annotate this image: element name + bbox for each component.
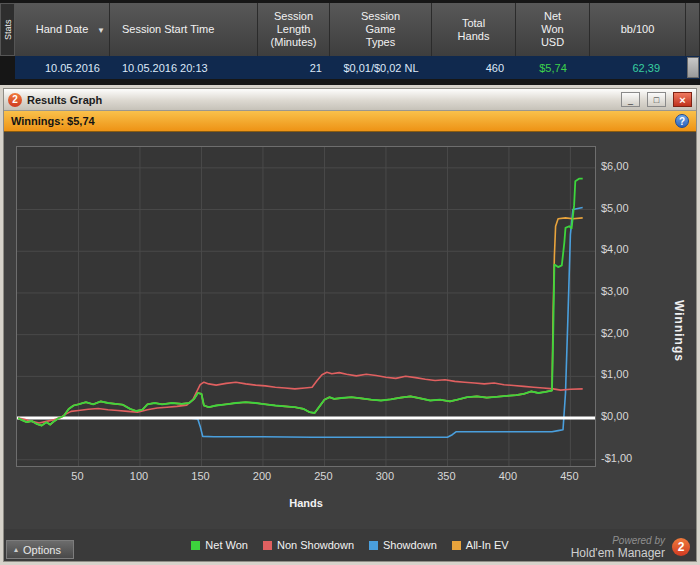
legend-swatch-icon [452, 541, 461, 550]
y-tick-label: $4,00 [601, 243, 629, 255]
options-arrow-icon: ▴ [14, 545, 18, 554]
y-tick-label: $0,00 [601, 410, 629, 422]
options-label: Options [23, 544, 61, 556]
scrollbar-thumb[interactable] [687, 57, 699, 78]
legend-item: All-In EV [452, 539, 509, 551]
chart-region: Hands Winnings $6,00$5,00$4,00$3,00$2,00… [4, 132, 696, 529]
winnings-chart [17, 147, 595, 466]
legend-label: Showdown [383, 539, 437, 551]
legend-swatch-icon [369, 541, 378, 550]
y-tick-label: $5,00 [601, 202, 629, 214]
y-tick-label: $2,00 [601, 327, 629, 339]
plot-area [16, 146, 596, 467]
legend-label: All-In EV [466, 539, 509, 551]
help-icon[interactable]: ? [675, 114, 689, 128]
column-header-hand-date[interactable]: Hand Date ▼ [15, 3, 110, 56]
x-tick-label: 50 [59, 470, 95, 482]
column-header-net-won-usd[interactable]: Net Won USD [516, 3, 590, 56]
column-header-session-start-time[interactable]: Session Start Time [110, 3, 258, 56]
cell-net-won-usd: $5,74 [516, 62, 590, 74]
x-tick-label: 100 [121, 470, 157, 482]
window-title: Results Graph [27, 94, 102, 106]
brand-logo-icon: 2 [672, 538, 690, 556]
sort-dropdown-icon[interactable]: ▼ [97, 23, 105, 36]
header-scroll-corner [686, 3, 700, 56]
x-tick-label: 350 [428, 470, 464, 482]
legend-label: Net Won [205, 539, 248, 551]
column-header-session-game-types[interactable]: Session Game Types [330, 3, 432, 56]
x-tick-label: 450 [551, 470, 587, 482]
window-footer: ▴ Options Net WonNon ShowdownShowdownAll… [4, 529, 696, 561]
legend-item: Non Showdown [263, 539, 354, 551]
y-axis-title: Winnings [672, 300, 686, 362]
cell-total-hands: 460 [432, 60, 516, 76]
winnings-label: Winnings: $5,74 [11, 115, 95, 127]
maximize-button[interactable]: □ [647, 92, 666, 107]
stats-table: Stats Hand Date ▼ Session Start Time Ses… [0, 0, 700, 85]
minimize-button[interactable]: _ [621, 92, 640, 107]
y-tick-label: $6,00 [601, 160, 629, 172]
cell-session-game-types: $0,01/$0,02 NL [330, 62, 432, 74]
x-axis-title: Hands [16, 497, 596, 509]
column-header-session-length[interactable]: Session Length (Minutes) [258, 3, 330, 56]
grid-header: Hand Date ▼ Session Start Time Session L… [15, 3, 700, 56]
y-tick-label: $3,00 [601, 285, 629, 297]
cell-hand-date: 10.05.2016 [15, 62, 110, 74]
legend-swatch-icon [263, 541, 272, 550]
cell-session-length: 21 [258, 60, 330, 76]
results-graph-window: 2 Results Graph _ □ × Winnings: $5,74 ? … [0, 85, 700, 565]
window-titlebar[interactable]: 2 Results Graph _ □ × [4, 89, 696, 111]
column-header-bb-100[interactable]: bb/100 [590, 3, 686, 56]
x-tick-label: 250 [305, 470, 341, 482]
column-header-total-hands[interactable]: Total Hands [432, 3, 516, 56]
winnings-bar: Winnings: $5,74 ? [4, 111, 696, 132]
x-tick-label: 300 [367, 470, 403, 482]
close-button[interactable]: × [673, 92, 692, 107]
y-tick-label: $1,00 [601, 368, 629, 380]
x-tick-label: 200 [244, 470, 280, 482]
legend: Net WonNon ShowdownShowdownAll-In EV [191, 539, 508, 551]
column-label: Hand Date [36, 23, 89, 36]
legend-swatch-icon [191, 541, 200, 550]
legend-item: Showdown [369, 539, 437, 551]
cell-bb-100: 62,39 [590, 62, 686, 74]
legend-item: Net Won [191, 539, 248, 551]
cell-session-start-time: 10.05.2016 20:13 [110, 62, 258, 74]
powered-by-block: Powered by Hold'em Manager 2 [571, 535, 690, 559]
stats-side-tab[interactable]: Stats [0, 3, 15, 56]
options-button[interactable]: ▴ Options [6, 540, 74, 559]
x-tick-label: 400 [490, 470, 526, 482]
session-row-selected[interactable]: 10.05.2016 10.05.2016 20:13 21 $0,01/$0,… [15, 56, 700, 79]
legend-label: Non Showdown [277, 539, 354, 551]
sessions-grid: Hand Date ▼ Session Start Time Session L… [15, 3, 700, 79]
table-scrollbar[interactable] [686, 56, 700, 79]
x-tick-label: 150 [182, 470, 218, 482]
app-logo-icon: 2 [8, 93, 22, 107]
brand-name: Hold'em Manager [571, 547, 665, 559]
y-tick-label: -$1,00 [601, 452, 632, 464]
